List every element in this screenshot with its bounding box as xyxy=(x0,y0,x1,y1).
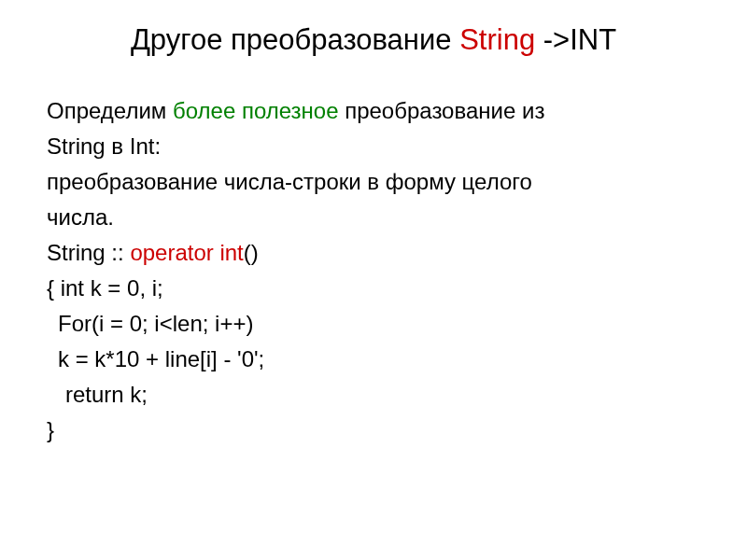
body-line-6: { int k = 0, i; xyxy=(47,272,700,305)
line1-text-c: преобразование из xyxy=(345,98,544,123)
body-line-5: String :: operator int() xyxy=(47,236,700,270)
line1-text-b: более полезное xyxy=(173,98,345,123)
title-part3: ->INT xyxy=(543,23,616,56)
body-line-7: For(i = 0; i<len; i++) xyxy=(58,307,700,341)
body-line-10: } xyxy=(47,413,700,447)
body-line-1: Определим более полезное преобразование … xyxy=(47,94,700,128)
line5-text-c: () xyxy=(244,240,259,265)
slide-body: Определим более полезное преобразование … xyxy=(47,94,700,447)
body-line-8: k = k*10 + line[i] - '0'; xyxy=(58,343,700,376)
title-part1: Другое преобразование xyxy=(131,23,459,56)
body-line-2: String в Int: xyxy=(47,130,700,163)
title-part2: String xyxy=(459,23,543,56)
line5-text-b: operator int xyxy=(130,240,243,265)
line1-text-a: Определим xyxy=(47,98,173,123)
body-line-9: return k; xyxy=(65,378,700,412)
slide-title: Другое преобразование String ->INT xyxy=(47,23,700,57)
body-line-3: преобразование числа-строки в форму цело… xyxy=(47,165,700,199)
line5-text-a: String :: xyxy=(47,240,130,265)
body-line-4: числа. xyxy=(47,201,700,234)
